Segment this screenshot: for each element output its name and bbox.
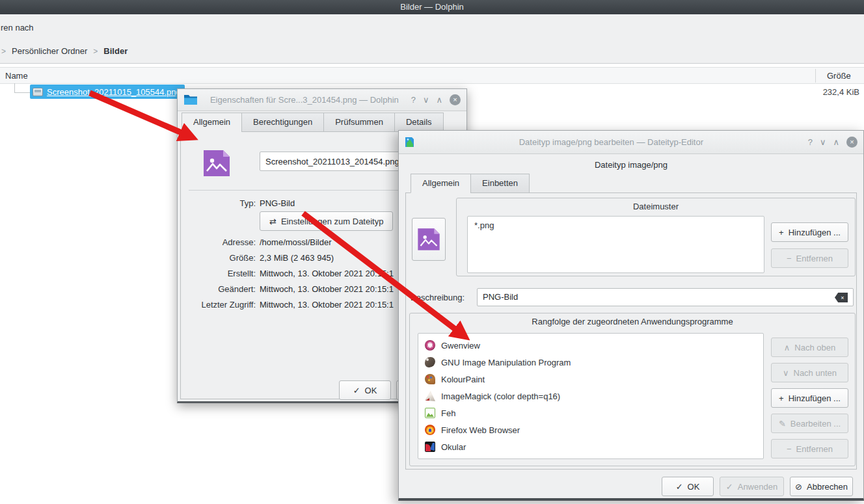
clear-text-icon[interactable]: ×: [835, 293, 848, 302]
pattern-remove-button[interactable]: − Entfernen: [771, 248, 848, 268]
image-file-icon: [33, 88, 43, 96]
chevron-up-icon: ∧: [784, 343, 790, 352]
geaendert-value: Mittwoch, 13. Oktober 2021 20:15:1: [260, 284, 394, 294]
minus-icon: −: [787, 444, 792, 454]
dolphin-window-title: Bilder — Dolphin: [400, 2, 464, 12]
tab-allgemein[interactable]: Allgemein: [411, 174, 471, 193]
pattern-add-button[interactable]: + Hinzufügen ...: [771, 222, 848, 242]
filetype-app-icon: [405, 137, 414, 148]
view-header: Name Größe: [0, 67, 864, 84]
gwenview-icon: [425, 340, 435, 351]
feh-icon: [425, 408, 435, 418]
filetype-title: Dateityp image/png bearbeiten — Dateityp…: [420, 137, 803, 147]
filetype-titlebar[interactable]: Dateityp image/png bearbeiten — Dateityp…: [399, 131, 863, 154]
description-field[interactable]: PNG-Bild ×: [477, 288, 854, 306]
breadcrumb-item-bilder[interactable]: Bilder: [103, 46, 128, 56]
adresse-label: Adresse:: [181, 237, 256, 247]
file-name: Screenshot_20211015_105544.png: [47, 87, 181, 97]
kolourpaint-icon: [425, 374, 435, 384]
erstellt-label: Erstellt:: [181, 269, 256, 278]
chevron-right-icon: >: [93, 47, 98, 56]
cancel-button[interactable]: ⊘ Abbrechen: [790, 477, 853, 496]
tab-berechtigungen[interactable]: Berechtigungen: [241, 113, 324, 132]
filetype-panel: Dateimuster *.png + Hinzufügen ... − Ent…: [405, 192, 857, 470]
filetype-heading: Dateityp image/png: [399, 160, 863, 170]
properties-titlebar[interactable]: Eigenschaften für Scre...3_201454.png — …: [178, 89, 466, 111]
help-icon[interactable]: ?: [808, 137, 813, 147]
typ-value: PNG-Bild: [260, 198, 295, 208]
move-down-button[interactable]: ∨ Nach unten: [771, 363, 848, 382]
patterns-list[interactable]: *.png: [467, 216, 764, 273]
png-file-icon: [201, 148, 232, 181]
chevron-right-icon: >: [1, 47, 6, 56]
app-row-gimp[interactable]: GNU Image Manipulation Program: [418, 354, 763, 371]
dolphin-titlebar[interactable]: Bilder — Dolphin: [0, 0, 864, 14]
maximize-icon[interactable]: ∧: [436, 95, 442, 105]
filetype-tabbar: Allgemein Einbetten: [411, 174, 529, 193]
pattern-item[interactable]: *.png: [474, 220, 757, 230]
roll-down-icon[interactable]: ∨: [423, 95, 429, 105]
window-controls: ? ∨ ∧ ×: [808, 137, 857, 148]
breadcrumb: > Persönlicher Ordner > Bilder: [1, 46, 128, 56]
tab-details[interactable]: Details: [394, 113, 444, 132]
adjust-sliders-icon: ⇄: [269, 217, 277, 226]
groesse-label: Größe:: [181, 253, 256, 263]
ok-button[interactable]: ✓ OK: [339, 380, 391, 400]
close-icon[interactable]: ×: [450, 94, 461, 105]
app-add-button[interactable]: + Hinzufügen ...: [771, 388, 848, 408]
erstellt-value: Mittwoch, 13. Oktober 2021 20:15:1: [260, 269, 394, 278]
app-remove-button[interactable]: − Entfernen: [771, 439, 848, 458]
column-header-size[interactable]: Größe: [827, 71, 851, 81]
maximize-icon[interactable]: ∧: [833, 137, 839, 147]
apply-button[interactable]: ✓ Anwenden: [720, 477, 784, 496]
breadcrumb-item-home[interactable]: Persönlicher Ordner: [12, 46, 87, 56]
app-row-firefox[interactable]: Firefox Web Browser: [418, 421, 763, 438]
file-size: 232,4 KiB: [823, 87, 859, 97]
window-controls: ? ∨ ∧ ×: [411, 94, 461, 105]
app-row-okular[interactable]: Okular: [418, 438, 763, 455]
column-header-name[interactable]: Name: [5, 71, 28, 81]
move-up-button[interactable]: ∧ Nach oben: [771, 338, 848, 357]
screen: Bilder — Dolphin ren nach > Persönlicher…: [0, 0, 864, 504]
properties-tabbar: Allgemein Berechtigungen Prüfsummen Deta…: [182, 113, 443, 132]
gimp-icon: [425, 357, 435, 367]
app-row-imagemagick[interactable]: ImageMagick (color depth=q16): [418, 388, 763, 405]
applications-group-title: Rangfolge der zugeordneten Anwendungspro…: [410, 317, 855, 326]
close-icon[interactable]: ×: [846, 137, 857, 148]
pencil-icon: ✎: [779, 419, 786, 429]
cancel-slash-icon: ⊘: [795, 482, 802, 492]
app-row-kolourpaint[interactable]: KolourPaint: [418, 371, 763, 388]
app-row-gwenview[interactable]: Gwenview: [418, 337, 763, 354]
description-label: Beschreibung:: [411, 293, 465, 302]
patterns-group: Dateimuster *.png + Hinzufügen ... − Ent…: [456, 198, 856, 276]
png-file-icon: [416, 226, 442, 252]
mimetype-icon-button[interactable]: [412, 218, 446, 261]
folder-icon: [183, 94, 198, 105]
roll-down-icon[interactable]: ∨: [820, 137, 826, 147]
app-row-feh[interactable]: Feh: [418, 405, 763, 421]
ok-button[interactable]: ✓ OK: [662, 477, 714, 496]
adresse-value: /home/mossl/Bilder: [260, 237, 332, 247]
plus-icon: +: [779, 228, 784, 237]
chevron-down-icon: ∨: [783, 368, 789, 378]
app-edit-button[interactable]: ✎ Bearbeiten ...: [771, 414, 848, 433]
check-icon: ✓: [353, 386, 360, 395]
groesse-value: 2,3 MiB (2 463 945): [260, 253, 334, 263]
tab-einbetten[interactable]: Einbetten: [470, 174, 530, 193]
filetype-settings-button[interactable]: ⇄ Einstellungen zum Dateityp: [260, 211, 393, 231]
applications-list[interactable]: Gwenview GNU Image Manipulation Program …: [418, 333, 764, 459]
selected-file-row[interactable]: Screenshot_20211015_105544.png: [30, 85, 185, 99]
letzter-zugriff-value: Mittwoch, 13. Oktober 2021 20:15:1: [260, 300, 394, 310]
toolbar-clipped-label[interactable]: ren nach: [1, 23, 34, 33]
minus-icon: −: [787, 254, 792, 263]
tab-pruefsummen[interactable]: Prüfsummen: [323, 113, 395, 132]
properties-title: Eigenschaften für Scre...3_201454.png — …: [203, 95, 406, 105]
dialog-footer: ✓ OK ✓ Anwenden ⊘ Abbrechen: [662, 477, 853, 496]
help-icon[interactable]: ?: [411, 95, 416, 105]
tab-allgemein[interactable]: Allgemein: [182, 113, 242, 132]
tree-branch-line: [14, 83, 30, 93]
applications-group: Rangfolge der zugeordneten Anwendungspro…: [409, 313, 856, 466]
filetype-editor-dialog: Dateityp image/png bearbeiten — Dateityp…: [398, 130, 864, 501]
column-separator[interactable]: [815, 69, 816, 83]
okular-icon: [425, 442, 435, 452]
